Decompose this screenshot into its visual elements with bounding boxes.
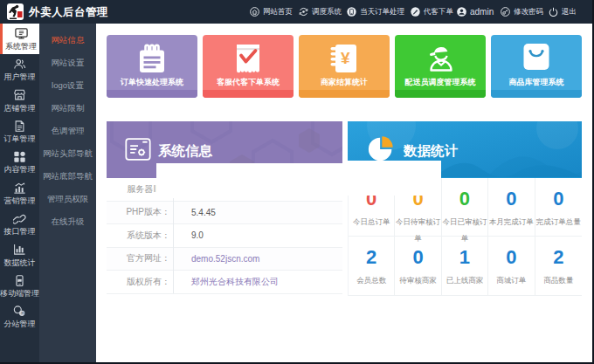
svg-text:APP: APP: [17, 279, 22, 282]
svg-text:品: 品: [21, 311, 24, 315]
svg-text:¥: ¥: [341, 49, 350, 67]
